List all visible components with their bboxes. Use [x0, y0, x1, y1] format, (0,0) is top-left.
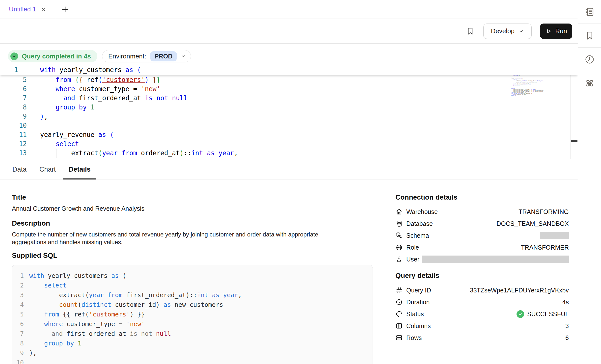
- sql-code-row: 1with yearly_customers as (: [12, 271, 373, 281]
- status-row: StatusSUCCESSFUL: [395, 308, 569, 320]
- detail-label: Database: [406, 220, 433, 227]
- hash-icon: [395, 286, 403, 294]
- line-number: 2: [12, 281, 24, 290]
- code-line: with yearly_customers as (: [27, 65, 141, 75]
- tab-untitled-1[interactable]: Untitled 1: [0, 0, 55, 19]
- main-column: Untitled 1 Develop Run: [0, 0, 578, 364]
- line-number: 5: [12, 310, 24, 319]
- editor-code-row: 12 select: [0, 139, 578, 149]
- rows-icon: [395, 334, 403, 341]
- detail-label: Duration: [406, 299, 430, 306]
- environment-selector[interactable]: Environment: PROD: [102, 50, 191, 62]
- play-icon: [545, 28, 552, 34]
- run-label: Run: [555, 27, 567, 35]
- sidebar-history-button[interactable]: [578, 48, 601, 71]
- line-number: 10: [12, 358, 24, 364]
- query-status-badge: Query completed in 4s: [8, 50, 97, 62]
- clock-icon: [395, 298, 403, 306]
- detail-value: 33TZseWpe1ALFDUYerxR1gVKxbv: [470, 287, 569, 294]
- bookmark-icon[interactable]: [465, 26, 475, 36]
- detail-label: User: [406, 256, 419, 263]
- sql-code-row: 7 and first_ordered_at is not null: [12, 329, 373, 338]
- sidebar-sparkle-button[interactable]: [578, 71, 601, 95]
- editor-lines: 5 from {{ ref('customers') }}6 where cus…: [0, 75, 578, 158]
- detail-value: TRANSFORMER: [521, 244, 569, 251]
- line-number: 1: [12, 271, 24, 281]
- sql-code-row: 8 group by 1: [12, 338, 373, 348]
- code-line: where customer_type = 'new': [27, 84, 160, 94]
- new-tab-button[interactable]: [55, 0, 75, 19]
- schema-icon: [395, 232, 403, 239]
- scrollbar-thumb[interactable]: [571, 140, 577, 142]
- query-id-row: Query ID33TZseWpe1ALFDUYerxR1gVKxbv: [395, 284, 569, 296]
- detail-label: Rows: [406, 334, 422, 341]
- tab-chart[interactable]: Chart: [39, 159, 56, 180]
- sql-code-row: 4 count(distinct customer_id) as new_cus…: [12, 300, 373, 310]
- tab-bar: Untitled 1: [0, 0, 578, 19]
- details-left-column: Title Annual Customer Growth and Revenue…: [12, 194, 373, 364]
- tab-details[interactable]: Details: [68, 159, 91, 180]
- line-number: 7: [0, 94, 27, 103]
- detail-value: DOCS_TEAM_SANDBOX: [496, 220, 569, 227]
- details-panel: Title Annual Customer Growth and Revenue…: [0, 180, 578, 364]
- status-row: Query completed in 4s Environment: PROD: [8, 50, 578, 62]
- sidebar-bookmark-button[interactable]: [578, 24, 601, 48]
- app-window: Untitled 1 Develop Run: [0, 0, 601, 364]
- minimap-line: order by 1: [511, 95, 555, 96]
- tab-label: Untitled 1: [9, 5, 36, 13]
- notebook-icon: [584, 6, 595, 17]
- run-button[interactable]: Run: [540, 24, 572, 39]
- chevron-down-icon: [519, 28, 524, 34]
- supplied-sql-heading: Supplied SQL: [12, 252, 373, 259]
- result-tabs: DataChartDetails: [0, 159, 578, 180]
- line-number: 5: [0, 75, 27, 84]
- status-value: SUCCESSFUL: [527, 311, 569, 318]
- line-number: 9: [0, 112, 27, 121]
- editor-code-row: 13 extract(year from ordered_at)::int as…: [0, 149, 578, 158]
- query-status-text: Query completed in 4s: [22, 52, 91, 60]
- tab-data[interactable]: Data: [12, 159, 27, 180]
- code-line: where customer_type = 'new': [24, 319, 145, 329]
- line-number: 6: [12, 319, 24, 329]
- user-icon: [395, 256, 403, 263]
- line-number: 11: [0, 130, 27, 139]
- editor-scrollbar[interactable]: [570, 65, 578, 159]
- editor-code-row: 9),: [0, 112, 578, 121]
- detail-label: Columns: [406, 322, 431, 330]
- detail-value: 3: [565, 322, 569, 330]
- editor-code-row: 5 from {{ ref('customers') }}: [0, 75, 578, 84]
- develop-button[interactable]: Develop: [483, 24, 532, 39]
- right-sidebar: [578, 0, 601, 364]
- code-line: count(distinct customer_id) as new_custo…: [24, 300, 223, 310]
- editor-code-row: 6 where customer_type = 'new': [0, 84, 578, 94]
- redacted-value: [422, 256, 569, 263]
- description-heading: Description: [12, 220, 373, 227]
- code-line: from {{ ref('customers') }}: [27, 75, 160, 84]
- code-line: [27, 121, 40, 130]
- connection-details-heading: Connection details: [395, 194, 569, 201]
- indent-guide: [41, 139, 41, 158]
- spinner-icon: [395, 310, 403, 318]
- supplied-sql-code-block: 1with yearly_customers as (2 select3 ext…: [12, 265, 373, 364]
- code-line: and first_ordered_at is not null: [27, 94, 188, 103]
- detail-label: Status: [406, 311, 424, 318]
- indent-guide: [56, 149, 56, 158]
- status-badge: SUCCESSFUL: [517, 310, 569, 318]
- code-line: extract(year from ordered_at)::int as ye…: [27, 149, 238, 158]
- sql-editor[interactable]: 1with yearly_customers as ( 5 from {{ re…: [0, 65, 578, 159]
- code-line: ),: [27, 112, 48, 121]
- line-number: 1: [0, 65, 27, 75]
- detail-label: Role: [406, 244, 419, 251]
- sparkle-icon: [584, 78, 595, 89]
- title-heading: Title: [12, 194, 373, 201]
- sql-code-row: 3 extract(year from first_ordered_at)::i…: [12, 290, 373, 300]
- editor-code-row: 7 and first_ordered_at is not null: [0, 94, 578, 103]
- line-number: 8: [12, 338, 24, 348]
- line-number: 9: [12, 348, 24, 358]
- sql-code-row: 10: [12, 358, 373, 364]
- close-icon[interactable]: [40, 6, 47, 13]
- detail-value: 4s: [562, 299, 569, 306]
- code-line: ),: [24, 348, 37, 358]
- editor-code-row: 11yearly_revenue as (: [0, 130, 578, 139]
- sidebar-notebook-button[interactable]: [578, 0, 601, 24]
